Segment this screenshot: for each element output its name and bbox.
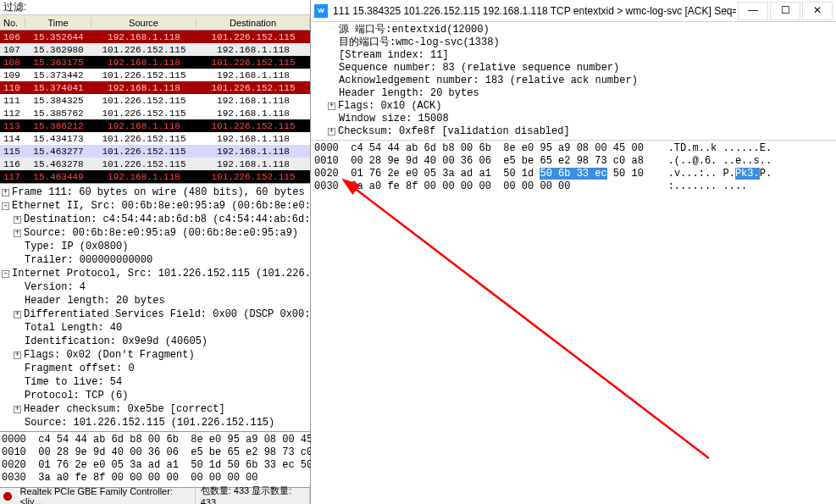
packet-row[interactable]: 11115.384325101.226.152.115192.168.1.118	[0, 94, 310, 107]
tree-toggle-icon[interactable]: -	[2, 270, 9, 278]
tree-line[interactable]: Total Length: 40	[0, 321, 310, 335]
packet-row[interactable]: 10915.373442101.226.152.115192.168.1.118	[0, 69, 310, 81]
tree-line[interactable]: Protocol: TCP (6)	[0, 389, 310, 402]
hex-dump-left[interactable]: 0000 c4 54 44 ab 6d b8 00 6b 8e e0 95 a9…	[0, 431, 310, 487]
tree-text: Frame 111: 60 bytes on wire (480 bits), …	[12, 186, 310, 198]
hex-line[interactable]: 0000 c4 54 44 ab 6d b8 00 6b 8e e0 95 a9…	[2, 434, 308, 446]
packet-row[interactable]: 11215.385762101.226.152.115192.168.1.118	[0, 107, 310, 119]
tree-line[interactable]: Fragment offset: 0	[0, 362, 310, 375]
tree-text: Checksum: 0xfe8f [validation disabled]	[338, 125, 570, 137]
tree-text: Acknowledgement number: 183 (relative ac…	[339, 75, 638, 86]
tree-text: Trailer: 000000000000	[25, 254, 152, 266]
tree-text: Ethernet II, Src: 00:6b:8e:e0:95:a9 (00:…	[12, 200, 310, 212]
tree-text: Flags: 0x10 (ACK)	[338, 100, 441, 112]
tree-text: Window size: 15008	[339, 113, 449, 125]
tree-line[interactable]: Source: 101.226.152.115 (101.226.152.115…	[0, 416, 310, 429]
packet-row[interactable]: 11015.374041192.168.1.118101.226.152.115	[0, 81, 310, 94]
tree-text: Destination: c4:54:44:ab:6d:b8 (c4:54:44…	[24, 213, 310, 225]
tree-toggle-icon[interactable]: +	[14, 216, 21, 224]
annotation-arrow	[353, 187, 709, 458]
col-time-header[interactable]: Time	[25, 18, 91, 28]
tree-line[interactable]: +Source: 00:6b:8e:e0:95:a9 (00:6b:8e:e0:…	[0, 226, 310, 240]
tree-line[interactable]: -Internet Protocol, Src: 101.226.152.115…	[0, 267, 310, 280]
packet-row[interactable]: 11315.386212192.168.1.118101.226.152.115	[0, 119, 310, 132]
tree-text: Source: 00:6b:8e:e0:95:a9 (00:6b:8e:e0:9…	[24, 227, 298, 239]
tree-line[interactable]: +Header checksum: 0xe5be [correct]	[0, 402, 310, 416]
app-icon: W	[314, 4, 328, 18]
close-button[interactable]: ✕	[802, 2, 833, 20]
tree-line[interactable]: 源 端口号:entextxid(12000)	[314, 24, 833, 36]
tree-text: Flags: 0x02 (Don't Fragment)	[24, 349, 195, 361]
tree-text: Protocol: TCP (6)	[25, 390, 128, 402]
packet-tree[interactable]: +Frame 111: 60 bytes on wire (480 bits),…	[0, 183, 310, 431]
tree-text: Differentiated Services Field: 0x00 (DSC…	[24, 308, 310, 320]
tree-line[interactable]: Type: IP (0x0800)	[0, 240, 310, 253]
tree-text: Fragment offset: 0	[25, 363, 135, 374]
col-no-header[interactable]: No.	[0, 18, 25, 28]
tree-line[interactable]: +Differentiated Services Field: 0x00 (DS…	[0, 307, 310, 321]
tree-line[interactable]: 目的端口号:wmc-log-svc(1338)	[314, 36, 833, 49]
tree-line[interactable]: Header length: 20 bytes	[0, 294, 310, 307]
col-dst-header[interactable]: Destination	[197, 18, 310, 28]
packet-row[interactable]: 11615.463278101.226.152.115192.168.1.118	[0, 158, 310, 170]
tree-line[interactable]: Sequence number: 83 (relative sequence n…	[314, 62, 833, 75]
tree-text: 目的端口号:wmc-log-svc(1338)	[339, 36, 500, 48]
tree-text: 源 端口号:entextxid(12000)	[339, 24, 490, 36]
tree-line[interactable]: -Ethernet II, Src: 00:6b:8e:e0:95:a9 (00…	[0, 199, 310, 213]
maximize-button[interactable]: ☐	[770, 2, 800, 20]
tree-toggle-icon[interactable]: +	[328, 102, 335, 110]
hex-line[interactable]: 0010 00 28 9e 9d 40 00 36 06 e5 be 65 e2…	[314, 155, 833, 168]
detail-tree[interactable]: 源 端口号:entextxid(12000)目的端口号:wmc-log-svc(…	[311, 22, 836, 141]
tree-toggle-icon[interactable]: +	[2, 189, 9, 197]
tree-toggle-icon[interactable]: +	[14, 352, 21, 359]
tree-text: Type: IP (0x0800)	[25, 241, 128, 252]
packet-row[interactable]: 10815.363175192.168.1.118101.226.152.115	[0, 56, 310, 69]
tree-toggle-icon[interactable]: +	[14, 230, 21, 237]
tree-line[interactable]: Time to live: 54	[0, 375, 310, 389]
packet-row[interactable]: 10715.362980101.226.152.115192.168.1.118	[0, 43, 310, 56]
col-src-header[interactable]: Source	[91, 18, 197, 28]
tree-line[interactable]: +Destination: c4:54:44:ab:6d:b8 (c4:54:4…	[0, 213, 310, 226]
packet-row[interactable]: 11415.434173101.226.152.115192.168.1.118	[0, 132, 310, 145]
window-title: 111 15.384325 101.226.152.115 192.168.1.…	[333, 5, 736, 17]
minimize-button[interactable]: —	[738, 2, 768, 20]
filter-label: 过滤:	[3, 0, 26, 14]
tree-text: Header checksum: 0xe5be [correct]	[24, 403, 225, 415]
tree-text: [Stream index: 11]	[339, 49, 449, 61]
hex-line[interactable]: 0030 3a a0 fe 8f 00 00 00 00 00 00 00 00…	[314, 180, 833, 193]
tree-line[interactable]: Trailer: 000000000000	[0, 253, 310, 267]
packet-row[interactable]: 10615.352644192.168.1.118101.226.152.115	[0, 30, 310, 43]
tree-text: Sequence number: 83 (relative sequence n…	[339, 62, 619, 74]
tree-toggle-icon[interactable]: -	[2, 202, 9, 210]
tree-line[interactable]: +Flags: 0x10 (ACK)	[314, 100, 833, 113]
filter-input[interactable]	[30, 2, 307, 14]
packet-row[interactable]: 11515.463277101.226.152.115192.168.1.118	[0, 145, 310, 158]
tree-line[interactable]: +Flags: 0x02 (Don't Fragment)	[0, 348, 310, 362]
hex-dump-right[interactable]: 0000 c4 54 44 ab 6d b8 00 6b 8e e0 95 a9…	[311, 141, 836, 504]
hex-line[interactable]: 0000 c4 54 44 ab 6d b8 00 6b 8e e0 95 a9…	[314, 142, 833, 155]
tree-toggle-icon[interactable]: +	[328, 128, 335, 136]
status-pkts: 包数量: 433 显示数量: 433	[196, 485, 310, 504]
tree-text: Header length: 20 bytes	[25, 295, 165, 307]
packet-row[interactable]: 11715.463449192.168.1.118101.226.152.115	[0, 170, 310, 183]
hex-line[interactable]: 0010 00 28 9e 9d 40 00 36 06 e5 be 65 e2…	[2, 446, 308, 459]
packet-list-header: No. Time Source Destination	[0, 15, 310, 30]
tree-line[interactable]: Identification: 0x9e9d (40605)	[0, 335, 310, 348]
tree-text: Version: 4	[25, 281, 86, 293]
tree-line[interactable]: +Frame 111: 60 bytes on wire (480 bits),…	[0, 186, 310, 199]
tree-toggle-icon[interactable]: +	[14, 311, 21, 318]
tree-line[interactable]: Header length: 20 bytes	[314, 87, 833, 100]
tree-line[interactable]: Acknowledgement number: 183 (relative ac…	[314, 75, 833, 87]
packet-list[interactable]: 10615.352644192.168.1.118101.226.152.115…	[0, 30, 310, 183]
tree-text: Time to live: 54	[25, 376, 122, 388]
tree-line[interactable]: Version: 4	[0, 280, 310, 294]
hex-line[interactable]: 0020 01 76 2e e0 05 3a ad a1 50 1d 50 6b…	[2, 459, 308, 472]
tree-line[interactable]: [Stream index: 11]	[314, 49, 833, 62]
hex-line[interactable]: 0020 01 76 2e e0 05 3a ad a1 50 1d 50 6b…	[314, 168, 833, 180]
tree-text: Internet Protocol, Src: 101.226.152.115 …	[12, 268, 310, 280]
tree-toggle-icon[interactable]: +	[14, 406, 21, 413]
hex-line[interactable]: 0030 3a a0 fe 8f 00 00 00 00 00 00 00 00	[2, 472, 308, 485]
record-icon	[3, 492, 12, 501]
tree-line[interactable]: Window size: 15008	[314, 113, 833, 125]
tree-line[interactable]: +Checksum: 0xfe8f [validation disabled]	[314, 125, 833, 138]
